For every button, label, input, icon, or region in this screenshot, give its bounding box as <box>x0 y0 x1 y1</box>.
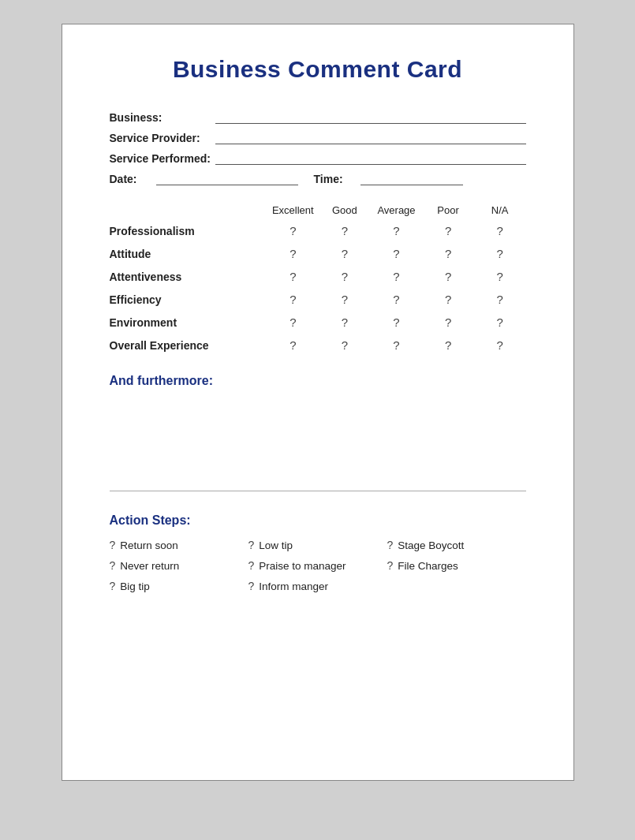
attitude-label: Attitude <box>110 248 267 260</box>
environment-average[interactable]: ? <box>371 315 423 329</box>
rating-row-attentiveness: Attentiveness ? ? ? ? ? <box>110 270 526 283</box>
environment-na[interactable]: ? <box>474 315 526 329</box>
time-input-line[interactable] <box>360 173 463 185</box>
comment-card: Business Comment Card Business: Service … <box>62 24 574 781</box>
action-text-1: Never return <box>120 560 179 572</box>
action-item-never-return[interactable]: ? Never return <box>110 559 248 572</box>
attentiveness-average[interactable]: ? <box>371 270 423 283</box>
service-performed-label: Service Performed: <box>110 152 212 165</box>
action-symbol-3: ? <box>248 539 255 551</box>
efficiency-average[interactable]: ? <box>371 293 423 306</box>
professionalism-good[interactable]: ? <box>319 224 371 237</box>
ratings-header-na: N/A <box>474 204 526 216</box>
attentiveness-excellent[interactable]: ? <box>267 270 319 283</box>
environment-excellent[interactable]: ? <box>267 315 319 329</box>
business-field-row: Business: <box>110 111 526 124</box>
furthermore-content[interactable] <box>110 396 526 475</box>
attitude-good[interactable]: ? <box>319 247 371 260</box>
business-input-line[interactable] <box>215 111 526 124</box>
action-text-6: Stage Boycott <box>398 539 464 551</box>
action-text-7: File Charges <box>398 560 458 572</box>
action-text-4: Praise to manager <box>259 560 346 572</box>
action-symbol-6: ? <box>387 539 394 551</box>
action-symbol-1: ? <box>110 559 116 572</box>
environment-poor[interactable]: ? <box>422 315 474 329</box>
ratings-header-row: Excellent Good Average Poor N/A <box>110 204 526 216</box>
service-performed-input-line[interactable] <box>215 152 526 165</box>
furthermore-title: And furthermore: <box>110 374 526 388</box>
attentiveness-good[interactable]: ? <box>319 270 371 283</box>
rating-row-attitude: Attitude ? ? ? ? ? <box>110 247 526 260</box>
date-label: Date: <box>110 173 153 185</box>
rating-row-efficiency: Efficiency ? ? ? ? ? <box>110 293 526 306</box>
overall-excellent[interactable]: ? <box>267 338 319 352</box>
time-label: Time: <box>314 173 357 185</box>
action-item-return-soon[interactable]: ? Return soon <box>110 539 248 551</box>
attentiveness-label: Attentiveness <box>110 271 267 283</box>
efficiency-label: Efficiency <box>110 293 267 306</box>
overall-na[interactable]: ? <box>474 338 526 352</box>
attitude-average[interactable]: ? <box>371 247 423 260</box>
action-item-file-charges[interactable]: ? File Charges <box>387 559 526 572</box>
ratings-header-poor: Poor <box>422 204 474 216</box>
efficiency-excellent[interactable]: ? <box>267 293 319 306</box>
service-provider-field-row: Service Provider: <box>110 132 526 144</box>
action-item-stage-boycott[interactable]: ? Stage Boycott <box>387 539 526 551</box>
action-text-3: Low tip <box>259 539 293 551</box>
attentiveness-poor[interactable]: ? <box>422 270 474 283</box>
ratings-section: Excellent Good Average Poor N/A Professi… <box>110 204 526 352</box>
action-item-low-tip[interactable]: ? Low tip <box>248 539 387 551</box>
professionalism-average[interactable]: ? <box>371 224 423 237</box>
action-symbol-7: ? <box>387 559 394 572</box>
service-performed-field-row: Service Performed: <box>110 152 526 165</box>
professionalism-na[interactable]: ? <box>474 224 526 237</box>
date-input-line[interactable] <box>156 173 298 185</box>
attentiveness-na[interactable]: ? <box>474 270 526 283</box>
action-symbol-2: ? <box>110 580 116 592</box>
action-text-5: Inform manger <box>259 581 328 592</box>
professionalism-excellent[interactable]: ? <box>267 224 319 237</box>
efficiency-na[interactable]: ? <box>474 293 526 306</box>
rating-row-professionalism: Professionalism ? ? ? ? ? <box>110 224 526 237</box>
action-symbol-4: ? <box>248 559 255 572</box>
action-text-0: Return soon <box>120 539 178 551</box>
action-steps-grid: ? Return soon ? Low tip ? Stage Boycott … <box>110 539 526 592</box>
professionalism-poor[interactable]: ? <box>422 224 474 237</box>
action-steps-section: Action Steps: ? Return soon ? Low tip ? … <box>110 513 526 592</box>
date-time-field-row: Date: Time: <box>110 173 526 185</box>
efficiency-poor[interactable]: ? <box>422 293 474 306</box>
furthermore-section: And furthermore: <box>110 374 526 475</box>
attitude-na[interactable]: ? <box>474 247 526 260</box>
attitude-poor[interactable]: ? <box>422 247 474 260</box>
action-text-2: Big tip <box>120 581 150 592</box>
divider <box>110 491 526 491</box>
rating-row-overall: Overall Experience ? ? ? ? ? <box>110 338 526 352</box>
overall-experience-label: Overall Experience <box>110 339 267 352</box>
ratings-header-average: Average <box>371 204 423 216</box>
action-item-big-tip[interactable]: ? Big tip <box>110 580 248 592</box>
attitude-excellent[interactable]: ? <box>267 247 319 260</box>
card-title: Business Comment Card <box>110 56 526 83</box>
rating-row-environment: Environment ? ? ? ? ? <box>110 315 526 329</box>
environment-label: Environment <box>110 316 267 329</box>
ratings-header-excellent: Excellent <box>267 204 319 216</box>
service-provider-label: Service Provider: <box>110 132 212 144</box>
action-item-praise-manager[interactable]: ? Praise to manager <box>248 559 387 572</box>
action-item-empty <box>387 580 526 592</box>
overall-average[interactable]: ? <box>371 338 423 352</box>
overall-poor[interactable]: ? <box>422 338 474 352</box>
action-symbol-0: ? <box>110 539 116 551</box>
action-symbol-5: ? <box>248 580 255 592</box>
environment-good[interactable]: ? <box>319 315 371 329</box>
overall-good[interactable]: ? <box>319 338 371 352</box>
ratings-header-good: Good <box>319 204 371 216</box>
action-steps-title: Action Steps: <box>110 513 526 528</box>
business-label: Business: <box>110 111 212 124</box>
service-provider-input-line[interactable] <box>215 132 526 144</box>
efficiency-good[interactable]: ? <box>319 293 371 306</box>
professionalism-label: Professionalism <box>110 225 267 237</box>
action-item-inform-manager[interactable]: ? Inform manger <box>248 580 387 592</box>
